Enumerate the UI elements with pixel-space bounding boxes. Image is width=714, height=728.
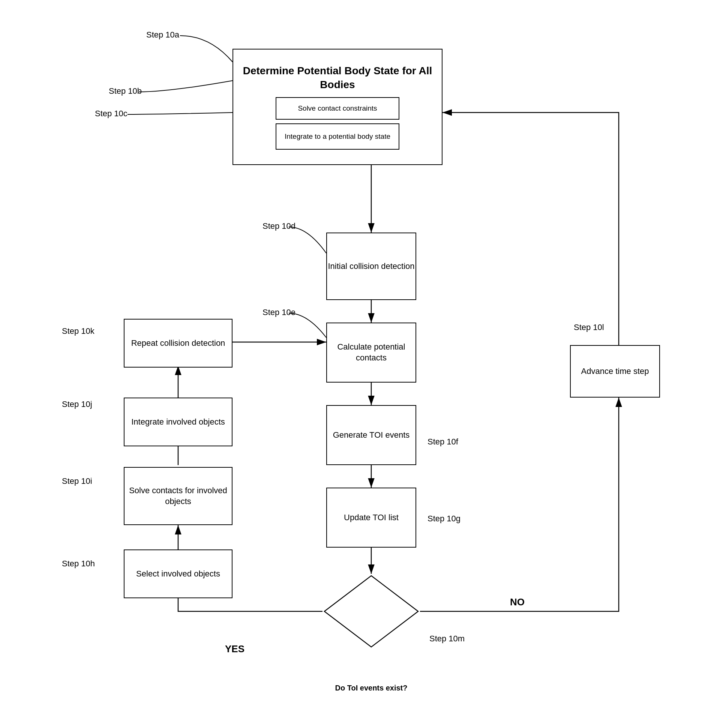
integrate-potential-box: Integrate to a potential body state (276, 123, 399, 150)
step-10a-label: Step 10a (146, 30, 179, 40)
step-10k-label: Step 10k (62, 326, 94, 336)
toi-question-label: Do ToI events exist? (322, 650, 420, 725)
generate-toi-box: Generate TOI events (326, 405, 416, 465)
calculate-contacts-box: Calculate potential contacts (326, 323, 416, 383)
no-label: NO (510, 596, 525, 608)
step-10c-label: Step 10c (95, 109, 128, 119)
step-10j-label: Step 10j (62, 399, 92, 409)
initial-collision-box: Initial collision detection (326, 233, 416, 300)
select-involved-box: Select involved objects (124, 549, 232, 598)
yes-label: YES (225, 643, 244, 655)
svg-marker-11 (324, 576, 418, 647)
repeat-collision-box: Repeat collision detection (124, 319, 232, 368)
step-10h-label: Step 10h (62, 559, 95, 569)
solve-contact-box: Solve contact constraints (276, 97, 399, 120)
step-10m-label: Step 10m (429, 634, 465, 644)
step-10f-label: Step 10f (428, 437, 458, 447)
step-10d-label: Step 10d (262, 221, 296, 231)
advance-time-box: Advance time step (570, 345, 660, 398)
toi-diamond: Do ToI events exist? (322, 574, 420, 649)
determine-body-state-box: Determine Potential Body State for All B… (232, 49, 442, 165)
solve-contacts-involved-box: Solve contacts for involved objects (124, 467, 232, 525)
step-10i-label: Step 10i (62, 476, 92, 486)
step-10l-label: Step 10l (574, 323, 604, 332)
update-toi-box: Update TOI list (326, 488, 416, 548)
step-10g-label: Step 10g (428, 514, 460, 524)
determine-title: Determine Potential Body State for All B… (237, 64, 438, 92)
step-10b-label: Step 10b (109, 86, 142, 96)
step-10e-label: Step 10e (262, 308, 296, 317)
integrate-involved-box: Integrate involved objects (124, 398, 232, 446)
